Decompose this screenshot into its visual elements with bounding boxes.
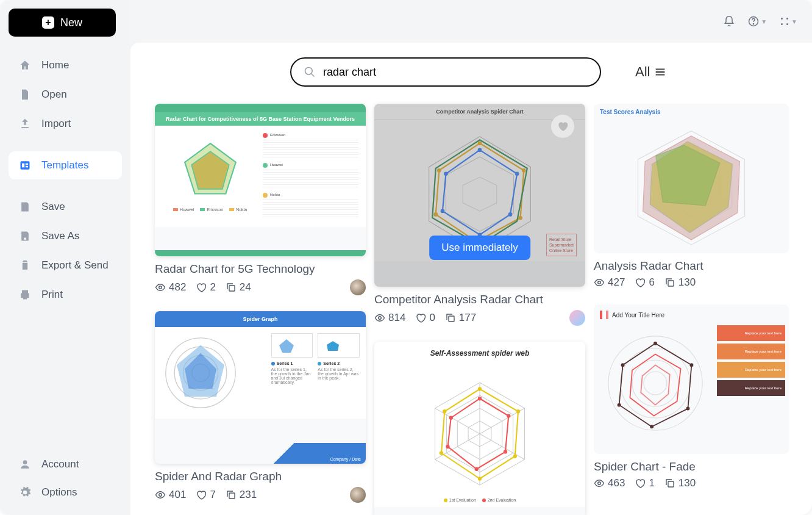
filter-all-button[interactable]: All (635, 64, 667, 80)
svg-marker-81 (641, 365, 670, 405)
svg-point-44 (379, 317, 382, 320)
svg-point-62 (507, 414, 510, 417)
svg-rect-3 (26, 166, 28, 168)
svg-point-82 (654, 342, 657, 345)
svg-point-84 (686, 407, 689, 411)
content: All Radar Chart for Competitiveness of 5… (130, 43, 812, 515)
sidebar-item-account[interactable]: Account (9, 450, 122, 478)
svg-rect-45 (449, 316, 454, 322)
copy-icon (445, 312, 456, 323)
gear-icon (18, 486, 32, 499)
eye-icon (594, 277, 605, 288)
svg-marker-30 (443, 150, 517, 235)
svg-point-63 (504, 450, 507, 453)
svg-point-78 (644, 372, 667, 395)
template-card[interactable]: Radar Chart for Competitiveness of 5G Ba… (155, 104, 366, 295)
svg-rect-25 (229, 493, 235, 499)
svg-point-7 (781, 18, 783, 20)
help-icon[interactable]: ▼ (747, 15, 767, 27)
heart-icon (415, 312, 426, 323)
svg-point-55 (478, 387, 482, 391)
sidebar-item-open[interactable]: Open (9, 81, 122, 109)
likes-stat: 2 (196, 281, 215, 294)
home-icon (18, 59, 32, 72)
author-avatar[interactable] (350, 487, 366, 503)
template-card[interactable]: Test Scores Analysis (594, 104, 789, 289)
svg-point-86 (618, 403, 621, 407)
template-thumbnail: Self-Assessment spider web (374, 342, 585, 515)
new-button[interactable]: + New (9, 9, 116, 37)
save-icon (18, 200, 32, 214)
svg-marker-29 (436, 143, 524, 242)
svg-marker-31 (432, 140, 527, 245)
svg-rect-89 (668, 481, 674, 487)
template-card[interactable]: Self-Assessment spider web (374, 342, 585, 515)
eye-icon (594, 478, 605, 489)
template-title: Spider And Radar Graph (155, 470, 366, 483)
sidebar-item-saveas[interactable]: Save As (9, 222, 122, 250)
svg-marker-28 (463, 177, 497, 211)
bell-icon[interactable] (723, 15, 735, 27)
svg-point-10 (786, 23, 788, 25)
svg-point-4 (23, 460, 27, 464)
template-thumbnail: Test Scores Analysis (594, 104, 789, 253)
copy-icon (664, 478, 675, 489)
template-thumbnail: Spider Graph Series 1As for the series 1… (155, 311, 366, 464)
topbar: ▼ ▼ (130, 0, 812, 43)
sidebar-item-export[interactable]: Export & Send (9, 251, 122, 279)
svg-marker-23 (327, 341, 339, 351)
plus-icon: + (42, 16, 54, 29)
search-box[interactable] (290, 57, 601, 87)
template-card[interactable]: Add Your Title Here R (594, 304, 789, 489)
use-immediately-button[interactable]: Use immediately (429, 236, 530, 260)
svg-marker-27 (446, 157, 513, 231)
svg-rect-15 (229, 286, 235, 291)
svg-point-58 (478, 477, 482, 480)
views-stat: 482 (155, 281, 186, 294)
sidebar-item-home[interactable]: Home (9, 51, 122, 79)
svg-point-65 (446, 445, 449, 448)
svg-point-33 (522, 168, 526, 173)
svg-point-64 (475, 467, 479, 471)
sidebar-item-options[interactable]: Options (9, 478, 122, 506)
svg-marker-79 (619, 344, 692, 427)
sidebar-item-print[interactable]: Print (9, 281, 122, 309)
svg-point-56 (516, 409, 520, 413)
template-thumbnail: Use immediately Competitor Analysis Spid… (374, 104, 585, 287)
template-thumbnail: Add Your Title Here R (594, 304, 789, 454)
templates-icon (18, 159, 32, 172)
svg-point-39 (515, 171, 519, 176)
svg-point-32 (478, 141, 482, 145)
eye-icon (155, 489, 166, 500)
account-icon (18, 458, 32, 471)
author-avatar[interactable] (569, 310, 585, 326)
svg-point-38 (478, 148, 482, 153)
copy-icon (226, 282, 237, 293)
template-title: Competitor Analysis Radar Chart (374, 293, 585, 306)
search-icon (304, 66, 316, 78)
template-card[interactable]: Use immediately Competitor Analysis Spid… (374, 104, 585, 326)
new-button-label: New (60, 16, 82, 29)
template-card[interactable]: Spider Graph Series 1As for the series 1… (155, 311, 366, 503)
favorite-button[interactable] (551, 115, 574, 138)
svg-point-61 (478, 397, 482, 400)
sidebar-item-import[interactable]: Import (9, 110, 122, 138)
svg-point-11 (305, 68, 313, 75)
svg-point-75 (608, 336, 702, 430)
grid-icon[interactable]: ▼ (779, 16, 797, 27)
heart-icon (196, 489, 207, 500)
search-input[interactable] (323, 66, 588, 79)
template-title: Radar Chart for 5G Technology (155, 262, 366, 276)
template-thumbnail: Radar Chart for Competitiveness of 5G Ba… (155, 104, 366, 256)
template-title: Analysis Radar Chart (594, 259, 789, 273)
sidebar-item-save[interactable]: Save (9, 193, 122, 221)
file-icon (18, 88, 32, 101)
svg-point-24 (159, 494, 162, 497)
author-avatar[interactable] (350, 279, 366, 295)
main-area: ▼ ▼ All Rad (130, 0, 812, 515)
sidebar-item-templates[interactable]: Templates (9, 151, 122, 179)
svg-point-73 (598, 281, 601, 284)
svg-point-14 (159, 286, 162, 289)
heart-icon (196, 282, 207, 293)
svg-point-77 (632, 360, 678, 406)
